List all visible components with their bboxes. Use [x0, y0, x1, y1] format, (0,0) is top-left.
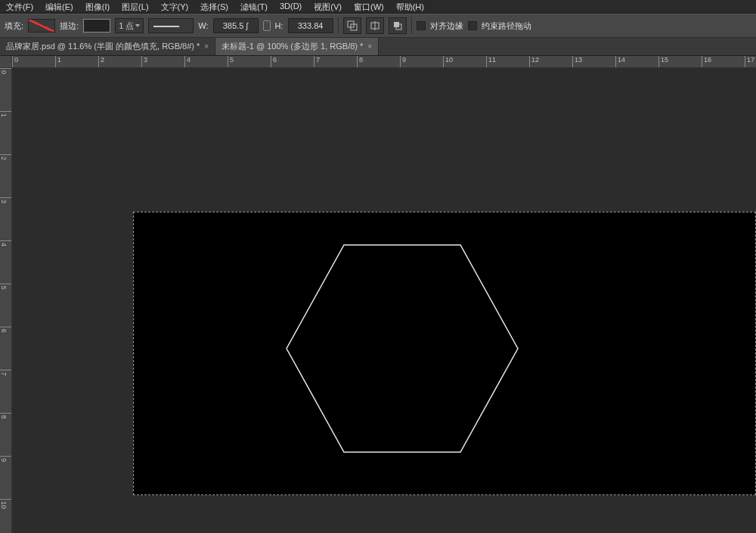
align-edges-checkbox[interactable]: [417, 21, 426, 30]
path-align-button[interactable]: [366, 17, 384, 34]
menu-layer[interactable]: 图层(L): [116, 0, 154, 13]
width-input[interactable]: 385.5 ∫: [213, 18, 259, 33]
menu-type[interactable]: 文字(Y): [155, 0, 195, 13]
menu-edit[interactable]: 编辑(E): [39, 0, 79, 13]
menu-file[interactable]: 文件(F): [0, 0, 39, 13]
stroke-width-input[interactable]: 1 点: [115, 18, 144, 33]
ruler-tick: 2: [0, 154, 11, 160]
close-icon[interactable]: ×: [204, 42, 209, 51]
link-icon[interactable]: [263, 20, 271, 31]
ruler-tick: 9: [400, 56, 406, 67]
ruler-tick: 4: [0, 240, 11, 246]
ruler-tick: 5: [228, 56, 234, 67]
menu-3d[interactable]: 3D(D): [274, 0, 308, 13]
path-combine-button[interactable]: [343, 17, 361, 34]
workspace: 01234567891011121314151617 0123456789101…: [0, 56, 756, 533]
align-edges-label: 对齐边缘: [430, 20, 463, 32]
stroke-label: 描边:: [60, 20, 79, 32]
ruler-tick: 0: [0, 68, 11, 74]
hexagon-shape[interactable]: [285, 243, 519, 454]
artboard-selection[interactable]: [133, 212, 756, 495]
menu-window[interactable]: 窗口(W): [348, 0, 390, 13]
ruler-tick: 14: [615, 56, 625, 67]
ruler-tick: 1: [55, 56, 61, 67]
stroke-width-value: 1 点: [119, 20, 134, 32]
stroke-swatch[interactable]: [83, 19, 110, 33]
height-input[interactable]: 333.84: [288, 18, 333, 33]
ruler-tick: 12: [529, 56, 539, 67]
stroke-type-dropdown[interactable]: [148, 18, 194, 33]
fill-label: 填充:: [5, 20, 23, 32]
caret-down-icon: [135, 24, 140, 27]
tab-label: 品牌家居.psd @ 11.6% (半圆 的颜色填充, RGB/8#) *: [6, 41, 200, 52]
ruler-tick: 6: [0, 327, 11, 333]
tab-label: 未标题-1 @ 100% (多边形 1, RGB/8) *: [222, 41, 363, 52]
ruler-tick: 5: [0, 284, 11, 290]
ruler-tick: 13: [572, 56, 582, 67]
ruler-tick: 0: [12, 56, 18, 67]
document-tabs: 品牌家居.psd @ 11.6% (半圆 的颜色填充, RGB/8#) * × …: [0, 38, 756, 56]
ruler-tick: 4: [184, 56, 191, 67]
constrain-label: 约束路径拖动: [482, 20, 531, 32]
ruler-tick: 10: [443, 56, 453, 67]
close-icon[interactable]: ×: [367, 42, 372, 51]
horizontal-ruler[interactable]: 01234567891011121314151617: [12, 56, 756, 68]
ruler-tick: 17: [745, 56, 754, 67]
tab-document-1[interactable]: 品牌家居.psd @ 11.6% (半圆 的颜色填充, RGB/8#) * ×: [0, 38, 215, 55]
canvas-area[interactable]: [12, 68, 756, 533]
separator: [338, 17, 339, 34]
ruler-tick: 8: [357, 56, 363, 67]
ruler-tick: 3: [0, 197, 11, 203]
svg-marker-6: [287, 245, 518, 452]
ruler-tick: 7: [314, 56, 320, 67]
tab-document-2[interactable]: 未标题-1 @ 100% (多边形 1, RGB/8) * ×: [215, 38, 379, 55]
menu-filter[interactable]: 滤镜(T): [234, 0, 274, 13]
menu-image[interactable]: 图像(I): [79, 0, 116, 13]
ruler-tick: 15: [658, 56, 668, 67]
vertical-ruler[interactable]: 01234567891011: [0, 68, 12, 533]
constrain-checkbox[interactable]: [468, 21, 477, 30]
menu-view[interactable]: 视图(V): [308, 0, 348, 13]
menu-help[interactable]: 帮助(H): [390, 0, 430, 13]
menu-select[interactable]: 选择(S): [194, 0, 234, 13]
options-bar: 填充: 描边: 1 点 W: 385.5 ∫ H: 333.84 对齐边缘 约束…: [0, 14, 756, 38]
ruler-tick: 10: [0, 499, 11, 509]
path-arrange-button[interactable]: [389, 17, 407, 34]
ruler-tick: 16: [702, 56, 711, 67]
ruler-tick: 1: [0, 111, 11, 117]
fill-swatch[interactable]: [28, 19, 55, 33]
ruler-tick: 9: [0, 456, 11, 462]
height-label: H:: [275, 21, 284, 30]
ruler-tick: 2: [98, 56, 104, 67]
separator: [411, 17, 412, 34]
ruler-tick: 11: [486, 56, 496, 67]
ruler-tick: 8: [0, 413, 11, 419]
ruler-corner: [0, 56, 12, 68]
ruler-tick: 6: [271, 56, 277, 67]
ruler-tick: 7: [0, 370, 11, 376]
width-label: W:: [198, 21, 208, 30]
menu-bar: 文件(F) 编辑(E) 图像(I) 图层(L) 文字(Y) 选择(S) 滤镜(T…: [0, 0, 756, 14]
ruler-tick: 3: [141, 56, 147, 67]
